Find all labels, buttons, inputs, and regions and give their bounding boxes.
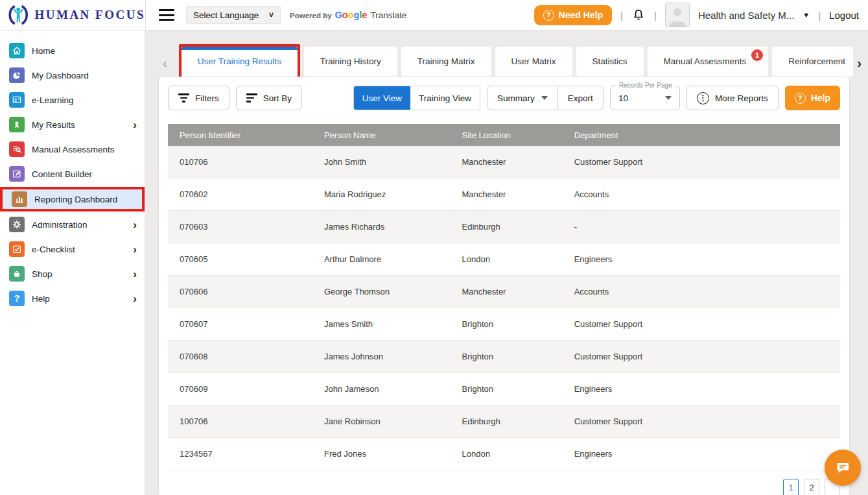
brand-logo[interactable]: HUMAN FOCUS — [0, 0, 146, 30]
user-view-toggle[interactable]: User View — [354, 86, 410, 110]
table-row: 010706John SmithManchesterCustomer Suppo… — [168, 146, 840, 178]
question-icon: ? — [9, 291, 25, 306]
pagination-page-2[interactable]: 2 — [804, 479, 819, 495]
chevron-right-icon: › — [133, 244, 137, 255]
ellipsis-circle-icon: ⋮ — [697, 92, 709, 104]
annotation-box-active-tab: User Training Results — [179, 44, 300, 77]
person-screen-icon — [9, 92, 25, 108]
bar-chart-icon — [12, 191, 27, 207]
pagination-page-1[interactable]: 1 — [783, 479, 799, 495]
user-menu-name[interactable]: Health and Safety M... — [698, 10, 794, 21]
basket-icon — [9, 266, 25, 282]
toolbar: Filters Sort By User View Training View … — [159, 77, 849, 114]
chat-fab[interactable] — [825, 450, 861, 486]
tabs-scroll-left-icon[interactable]: ‹ — [159, 56, 171, 69]
filter-icon — [178, 93, 189, 102]
need-help-button[interactable]: ? Need Help — [534, 5, 612, 25]
table-row: 070609John JamesonBrightonEngineers — [168, 373, 840, 405]
tab-training-history[interactable]: Training History — [304, 47, 397, 77]
need-help-label: Need Help — [559, 10, 603, 20]
tabs-strip: User Training Results Training History T… — [179, 44, 854, 77]
home-icon — [9, 43, 25, 58]
tab-training-matrix[interactable]: Training Matrix — [401, 47, 491, 77]
checkbox-icon — [9, 241, 25, 257]
filters-button[interactable]: Filters — [168, 86, 229, 110]
column-header-person-name: Person Name — [312, 130, 451, 140]
table-row: 070606George ThomsonManchesterAccounts — [168, 276, 840, 308]
sidebar-item-e-checklist[interactable]: e-Checklist › — [0, 237, 145, 261]
training-view-toggle[interactable]: Training View — [410, 86, 480, 110]
gear-icon — [9, 217, 25, 232]
notification-badge: 1 — [751, 49, 763, 61]
tabs-row: ‹ User Training Results Training History… — [146, 30, 868, 77]
sidebar-nav: Home My Dashboard e-Learning My Results … — [0, 30, 145, 495]
translate-label: Translate — [371, 10, 407, 20]
notifications-bell-icon[interactable] — [631, 8, 646, 22]
pie-chart-icon — [9, 67, 25, 83]
sidebar-item-home[interactable]: Home — [0, 38, 145, 63]
table-row: 070605Arthur DalmoreLondonEngineers — [168, 243, 840, 276]
chevron-down-icon: ˅ — [269, 10, 274, 19]
annotation-box-reporting-dashboard: Reporting Dashboard — [0, 187, 145, 211]
results-card: Filters Sort By User View Training View … — [158, 77, 850, 495]
divider: | — [818, 10, 821, 21]
award-icon — [9, 117, 25, 132]
sidebar-item-e-learning[interactable]: e-Learning — [0, 88, 145, 112]
summary-export-group: Summary Export — [487, 86, 604, 110]
table-row: 070608James JohnsonBrightonCustomer Supp… — [168, 341, 840, 373]
chevron-right-icon: › — [133, 219, 137, 230]
tab-manual-assessments[interactable]: Manual Assessments 1 — [648, 47, 769, 77]
pagination: 1 2 — [159, 470, 849, 495]
chevron-right-icon: › — [133, 119, 137, 130]
user-avatar[interactable] — [665, 3, 690, 27]
table-header-row: Person Identifier Person Name Site Locat… — [168, 124, 840, 146]
table-row: 070603James RichardsEdinburgh- — [168, 211, 840, 243]
chevron-right-icon: › — [133, 269, 137, 280]
top-bar: HUMAN FOCUS Select Language ˅ Powered by… — [0, 0, 868, 30]
chevron-down-icon — [665, 96, 672, 100]
brand-name: HUMAN FOCUS — [34, 8, 145, 22]
tabs-scroll-right-icon[interactable]: › — [853, 56, 865, 69]
help-button[interactable]: ? Help — [785, 86, 840, 110]
tab-user-matrix[interactable]: User Matrix — [495, 47, 572, 77]
language-select-value: Select Language — [193, 10, 259, 20]
question-icon: ? — [795, 93, 806, 104]
sidebar-item-my-results[interactable]: My Results › — [0, 112, 145, 137]
table-row: 070602Maria RodriguezManchesterAccounts — [168, 178, 840, 211]
language-select[interactable]: Select Language ˅ — [186, 6, 281, 24]
top-bar-right: ? Need Help | | Health and Safety M... ▼… — [534, 3, 859, 27]
google-logo: Google — [335, 10, 368, 20]
sidebar-item-help[interactable]: ? Help › — [0, 286, 145, 311]
tab-reinforcement[interactable]: Reinforcement — [772, 47, 853, 77]
more-reports-button[interactable]: ⋮ More Reports — [686, 86, 779, 110]
human-focus-logo-icon — [6, 3, 30, 27]
hamburger-menu-icon[interactable] — [159, 9, 174, 21]
sidebar-item-reporting-dashboard[interactable]: Reporting Dashboard — [3, 189, 142, 209]
sort-icon — [246, 93, 257, 102]
tab-user-training-results[interactable]: User Training Results — [182, 47, 298, 77]
chevron-down-icon[interactable]: ▼ — [803, 11, 810, 19]
records-per-page-label: Records Per Page — [616, 82, 675, 89]
table-row: 070607James SmithBrightonCustomer Suppor… — [168, 308, 840, 341]
logout-link[interactable]: Logout — [829, 10, 859, 21]
sidebar-item-my-dashboard[interactable]: My Dashboard — [0, 63, 145, 88]
list-magnifier-icon — [9, 141, 25, 157]
table-row: 100706Jane RobinsonEdinburghCustomer Sup… — [168, 405, 840, 438]
google-translate-attribution: Powered by Google Translate — [290, 10, 406, 20]
sidebar-item-administration[interactable]: Administration › — [0, 212, 145, 237]
sort-by-button[interactable]: Sort By — [236, 86, 302, 110]
sidebar-item-manual-assessments[interactable]: Manual Assessments — [0, 137, 145, 162]
chevron-right-icon: › — [133, 293, 137, 304]
records-per-page-value: 10 — [618, 93, 628, 103]
summary-dropdown[interactable]: Summary — [487, 86, 557, 110]
divider: | — [620, 10, 623, 21]
sidebar-item-shop[interactable]: Shop › — [0, 261, 145, 286]
chevron-down-icon — [541, 96, 548, 100]
export-button[interactable]: Export — [557, 86, 603, 110]
tab-statistics[interactable]: Statistics — [576, 47, 644, 77]
table-row: 1234567Fred JonesLondonEngineers — [168, 438, 840, 470]
records-per-page-select[interactable]: Records Per Page 10 — [610, 86, 680, 110]
sidebar-item-content-builder[interactable]: Content Builder — [0, 162, 145, 186]
column-header-department: Department — [563, 130, 840, 140]
powered-by-label: Powered by — [290, 12, 332, 19]
